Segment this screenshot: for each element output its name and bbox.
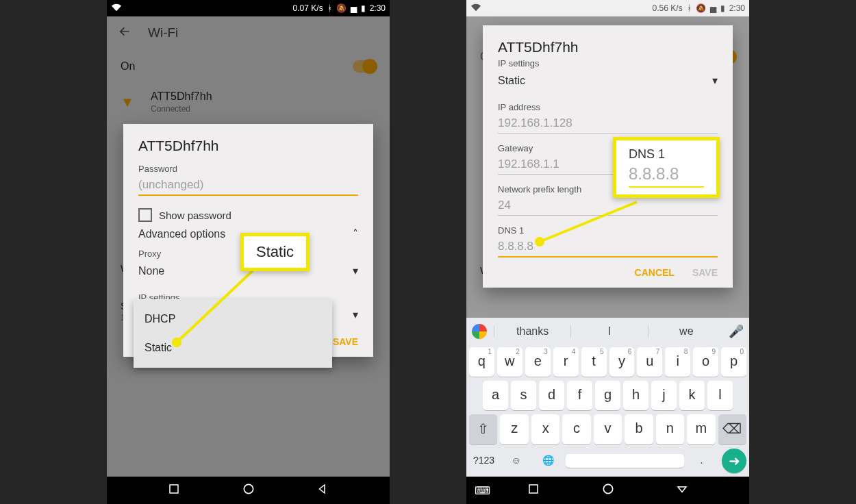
mic-icon[interactable]: 🎤	[729, 324, 744, 339]
show-password-label: Show password	[159, 210, 231, 221]
net-speed: 0.07 K/s	[293, 3, 323, 13]
key-backspace[interactable]: ⌫	[718, 414, 746, 444]
callout-dns1-value: 8.8.8.8	[629, 164, 704, 188]
nav-recent-icon[interactable]	[168, 483, 180, 498]
nav-bar: ⌨	[466, 477, 749, 504]
ip-option-static[interactable]: Static	[134, 333, 332, 362]
nav-back-icon[interactable]	[676, 483, 688, 498]
signal-icon: ▅	[351, 3, 357, 13]
dialog-title: ATT5Dhf7hh	[138, 138, 358, 154]
bluetooth-icon: ᚼ	[327, 3, 332, 13]
key-emoji[interactable]: ☺	[501, 449, 531, 473]
password-label: Password	[138, 164, 358, 174]
svg-rect-0	[170, 485, 178, 493]
ip-settings-label: IP settings	[498, 58, 718, 68]
key-globe[interactable]: 🌐	[533, 449, 563, 473]
key-t[interactable]: 5t	[581, 347, 607, 377]
key-u[interactable]: 7u	[637, 347, 662, 377]
show-password-row[interactable]: Show password	[138, 208, 358, 222]
kb-row3: ⇧ z x c v b n m ⌫	[466, 412, 749, 446]
key-p[interactable]: 0p	[721, 347, 746, 377]
google-icon[interactable]	[472, 324, 487, 339]
battery-icon: ▮	[720, 3, 725, 13]
svg-rect-4	[529, 485, 538, 493]
svg-point-1	[244, 484, 253, 493]
ip-address-label: IP address	[498, 102, 718, 112]
key-y[interactable]: 6y	[609, 347, 635, 377]
callout-static-text: Static	[256, 243, 294, 260]
battery-icon: ▮	[361, 3, 366, 13]
key-e[interactable]: 3e	[525, 347, 551, 377]
caret-down-icon: ▾	[353, 264, 358, 277]
key-f[interactable]: f	[567, 381, 592, 410]
key-g[interactable]: g	[595, 381, 620, 410]
kb-row2: a s d f g h j k l	[466, 379, 749, 412]
key-a[interactable]: a	[483, 381, 508, 410]
key-enter[interactable]: ➜	[722, 449, 746, 473]
wifi-icon	[470, 3, 481, 14]
key-shift[interactable]: ⇧	[469, 414, 497, 444]
wifi-icon	[111, 3, 122, 14]
password-input[interactable]: (unchanged)	[138, 174, 358, 196]
chevron-up-icon: ˄	[353, 227, 358, 240]
kb-row1: 1q 2w 3e 4r 5t 6y 7u 8i 9o 0p	[466, 345, 749, 379]
nav-back-icon[interactable]	[316, 483, 329, 498]
dns1-label: DNS 1	[498, 225, 718, 236]
advanced-label: Advanced options	[138, 228, 225, 240]
signal-icon: ▅	[710, 3, 716, 13]
callout-dns1: DNS 1 8.8.8.8	[613, 137, 720, 198]
ip-settings-dropdown[interactable]: Static ▾	[498, 68, 718, 92]
key-b[interactable]: b	[625, 414, 653, 444]
dialog-actions: CANCEL SAVE	[498, 267, 718, 278]
key-z[interactable]: z	[500, 414, 528, 444]
key-r[interactable]: 4r	[553, 347, 579, 377]
dns1-input[interactable]: 8.8.8.8	[498, 236, 718, 257]
key-v[interactable]: v	[594, 414, 622, 444]
key-j[interactable]: j	[651, 381, 677, 410]
keyboard-toggle-icon[interactable]: ⌨	[475, 484, 490, 497]
nav-home-icon[interactable]	[601, 482, 615, 499]
key-o[interactable]: 9o	[693, 347, 718, 377]
key-space[interactable]	[566, 454, 684, 468]
bluetooth-icon: ᚼ	[687, 3, 692, 13]
svg-point-5	[603, 484, 612, 493]
ip-settings-value: Static	[498, 75, 525, 87]
ip-address-input[interactable]: 192.168.1.128	[498, 112, 718, 134]
ip-option-dhcp[interactable]: DHCP	[134, 305, 332, 333]
caret-down-icon: ▾	[353, 308, 358, 321]
key-h[interactable]: h	[623, 381, 649, 410]
sugg-3[interactable]: we	[648, 325, 725, 338]
nav-recent-icon[interactable]	[527, 483, 540, 498]
callout-static: Static	[240, 233, 310, 271]
save-button[interactable]: SAVE	[692, 267, 718, 278]
key-d[interactable]: d	[539, 381, 564, 410]
mute-icon: 🔕	[696, 3, 706, 13]
key-l[interactable]: l	[707, 381, 733, 410]
key-s[interactable]: s	[511, 381, 536, 410]
key-q[interactable]: 1q	[469, 347, 494, 377]
key-x[interactable]: x	[531, 414, 559, 444]
key-period[interactable]: .	[687, 449, 716, 473]
key-k[interactable]: k	[679, 381, 705, 410]
kb-row4: ?123 ☺ 🌐 . ➜	[466, 446, 749, 475]
key-c[interactable]: c	[562, 414, 590, 444]
nav-home-icon[interactable]	[242, 482, 255, 499]
suggestion-bar: thanks I we 🎤	[466, 318, 749, 345]
save-button[interactable]: SAVE	[333, 336, 358, 347]
key-w[interactable]: 2w	[497, 347, 523, 377]
sugg-1[interactable]: thanks	[494, 325, 570, 338]
key-n[interactable]: n	[656, 414, 684, 444]
dialog-title: ATT5Dhf7hh	[498, 39, 718, 55]
cancel-button[interactable]: CANCEL	[635, 267, 675, 278]
sugg-2[interactable]: I	[570, 325, 647, 338]
key-numbers[interactable]: ?123	[469, 449, 499, 473]
key-m[interactable]: m	[687, 414, 715, 444]
key-i[interactable]: 8i	[665, 347, 690, 377]
ip-settings-menu: DHCP Static	[134, 299, 332, 368]
net-speed: 0.56 K/s	[653, 3, 683, 13]
keyboard: thanks I we 🎤 1q 2w 3e 4r 5t 6y 7u 8i 9o…	[466, 318, 749, 477]
status-bar: 0.56 K/s ᚼ 🔕 ▅ ▮ 2:30	[466, 0, 749, 16]
checkbox-icon[interactable]	[138, 208, 152, 222]
clock: 2:30	[729, 3, 745, 13]
nav-bar	[107, 477, 390, 504]
